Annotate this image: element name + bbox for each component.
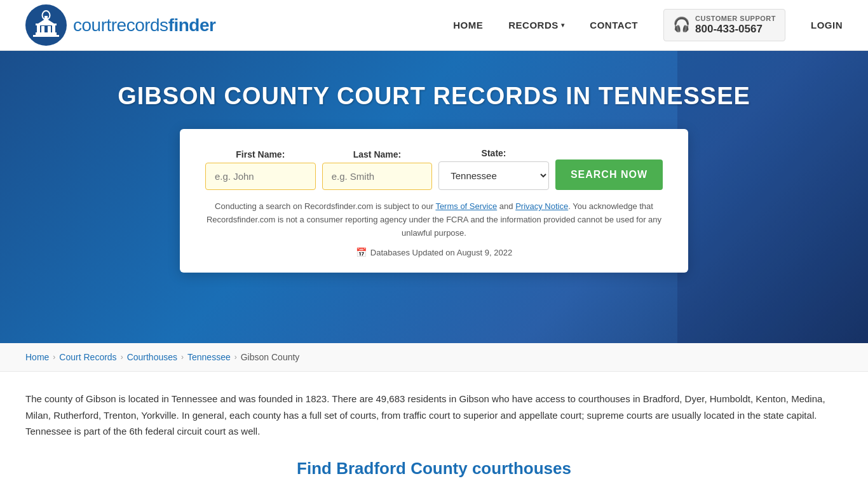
hero-section: GIBSON COUNTY COURT RECORDS IN TENNESSEE… xyxy=(0,51,868,343)
breadcrumb-sep-1: › xyxy=(53,353,55,362)
nav-home[interactable]: HOME xyxy=(453,20,483,30)
support-box[interactable]: 🎧 CUSTOMER SUPPORT 800-433-0567 xyxy=(663,9,785,42)
svg-rect-7 xyxy=(48,26,51,32)
terms-link[interactable]: Terms of Service xyxy=(435,201,497,211)
svg-rect-8 xyxy=(52,25,55,32)
svg-rect-6 xyxy=(41,26,44,32)
site-header: courtrecordsfinder HOME RECORDS ▾ CONTAC… xyxy=(0,0,868,51)
first-name-group: First Name: xyxy=(205,149,316,190)
svg-rect-5 xyxy=(37,25,40,32)
last-name-group: Last Name: xyxy=(322,149,433,190)
last-name-input[interactable] xyxy=(322,163,433,190)
search-button[interactable]: SEARCH NOW xyxy=(555,159,663,190)
support-label: CUSTOMER SUPPORT xyxy=(695,15,776,23)
county-intro: The county of Gibson is located in Tenne… xyxy=(25,391,843,440)
main-content: The county of Gibson is located in Tenne… xyxy=(0,372,868,488)
db-updated-text: Databases Updated on August 9, 2022 xyxy=(370,248,512,257)
breadcrumb-courthouses[interactable]: Courthouses xyxy=(127,352,177,362)
search-card: First Name: Last Name: State: Tennessee … xyxy=(180,129,688,273)
page-title: GIBSON COUNTY COURT RECORDS IN TENNESSEE xyxy=(118,83,750,110)
breadcrumb-tennessee[interactable]: Tennessee xyxy=(187,352,231,362)
disclaimer-text: Conducting a search on Recordsfinder.com… xyxy=(205,200,663,240)
breadcrumb-current: Gibson County xyxy=(241,352,300,362)
breadcrumb-home[interactable]: Home xyxy=(25,352,49,362)
state-label: State: xyxy=(438,148,549,158)
login-button[interactable]: LOGIN xyxy=(811,20,843,30)
breadcrumb-court-records[interactable]: Court Records xyxy=(59,352,116,362)
support-info: CUSTOMER SUPPORT 800-433-0567 xyxy=(695,15,776,36)
first-name-label: First Name: xyxy=(205,149,316,159)
logo-text: courtrecordsfinder xyxy=(73,15,215,36)
support-number: 800-433-0567 xyxy=(695,23,776,36)
last-name-label: Last Name: xyxy=(322,149,433,159)
state-select[interactable]: Tennessee Alabama Alaska Arizona Arkansa… xyxy=(438,161,549,190)
calendar-icon: 📅 xyxy=(356,247,367,257)
bradford-section-title: Find Bradford County courthouses xyxy=(25,459,843,478)
svg-rect-1 xyxy=(36,32,57,35)
svg-rect-9 xyxy=(36,24,57,25)
db-updated-area: 📅 Databases Updated on August 9, 2022 xyxy=(205,247,663,257)
logo-icon xyxy=(25,4,67,46)
breadcrumb-sep-4: › xyxy=(234,353,237,362)
first-name-input[interactable] xyxy=(205,163,316,190)
records-chevron-icon: ▾ xyxy=(561,22,565,29)
svg-rect-2 xyxy=(33,35,59,37)
nav-contact[interactable]: CONTACT xyxy=(590,20,638,30)
privacy-link[interactable]: Privacy Notice xyxy=(515,201,568,211)
state-group: State: Tennessee Alabama Alaska Arizona … xyxy=(438,148,549,190)
search-fields: First Name: Last Name: State: Tennessee … xyxy=(205,148,663,190)
breadcrumb-sep-2: › xyxy=(121,353,123,362)
breadcrumb: Home › Court Records › Courthouses › Ten… xyxy=(0,343,868,372)
main-nav: HOME RECORDS ▾ CONTACT 🎧 CUSTOMER SUPPOR… xyxy=(453,9,843,42)
nav-records[interactable]: RECORDS ▾ xyxy=(508,20,564,30)
breadcrumb-sep-3: › xyxy=(181,353,184,362)
logo[interactable]: courtrecordsfinder xyxy=(25,4,215,46)
headphone-icon: 🎧 xyxy=(673,17,690,33)
